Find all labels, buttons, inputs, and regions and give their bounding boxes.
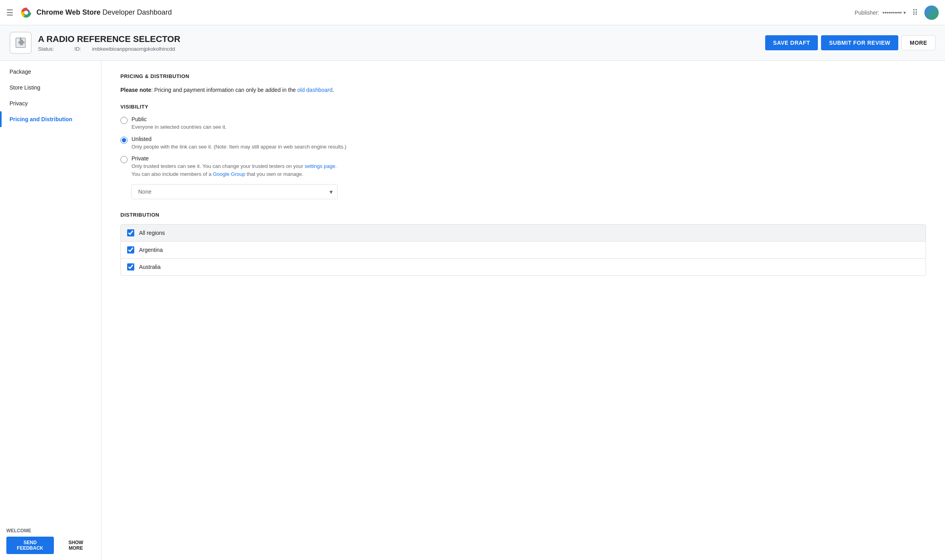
- settings-page-link[interactable]: settings page: [305, 163, 335, 169]
- sidebar-item-package-label: Package: [10, 69, 31, 75]
- sidebar-bottom-buttons: SEND FEEDBACK SHOW MORE: [6, 537, 95, 554]
- group-select[interactable]: None: [131, 184, 337, 199]
- more-button[interactable]: MORE: [901, 35, 935, 50]
- svg-point-2: [24, 11, 28, 15]
- visibility-radio-group: Public Everyone in selected countries ca…: [120, 116, 926, 178]
- main-layout: Package Store Listing Privacy Pricing an…: [0, 61, 945, 560]
- apps-grid-icon[interactable]: ⠿: [912, 8, 918, 17]
- hamburger-icon[interactable]: ☰: [6, 8, 13, 17]
- id-value: imbkeeibioanppnoaomjpkokolhincdd: [92, 46, 175, 52]
- sidebar-item-package[interactable]: Package: [0, 64, 101, 80]
- sidebar-item-privacy-label: Privacy: [10, 100, 28, 107]
- app-title-normal: Developer Dashboard: [101, 8, 172, 16]
- region-list: All regions Argentina Australia: [120, 224, 926, 276]
- publisher-name: ••••••••••: [882, 10, 902, 16]
- sidebar-item-pricing-label: Pricing and Distribution: [10, 116, 72, 122]
- note-text: : Pricing and payment information can on…: [151, 87, 297, 93]
- distribution-section: DISTRIBUTION All regions Argentina Austr…: [120, 212, 926, 276]
- chrome-logo-icon: [20, 6, 32, 19]
- puzzle-icon: [14, 36, 27, 49]
- public-radio-desc: Everyone in selected countries can see i…: [131, 123, 227, 131]
- save-draft-button[interactable]: SAVE DRAFT: [765, 35, 818, 50]
- visibility-title: VISIBILITY: [120, 104, 926, 110]
- welcome-text: WELCOME: [6, 528, 95, 533]
- private-desc-line3: You can also include members of a: [131, 171, 213, 177]
- sidebar-item-privacy[interactable]: Privacy: [0, 95, 101, 111]
- extension-name: A RADIO REFERENCE SELECTOR: [38, 34, 765, 44]
- extension-header: A RADIO REFERENCE SELECTOR Status: ID: i…: [0, 25, 945, 61]
- extension-icon: [10, 32, 32, 54]
- show-more-button[interactable]: SHOW MORE: [57, 537, 95, 554]
- public-radio-label: Public: [131, 116, 227, 122]
- sidebar-navigation: Package Store Listing Privacy Pricing an…: [0, 64, 101, 127]
- google-group-dropdown-wrapper: None ▾: [131, 184, 926, 199]
- user-avatar[interactable]: [924, 6, 939, 20]
- argentina-label: Argentina: [139, 247, 163, 253]
- publisher-label: Publisher:: [855, 10, 879, 16]
- australia-checkbox[interactable]: [127, 263, 134, 270]
- sidebar-item-store-listing[interactable]: Store Listing: [0, 80, 101, 95]
- private-radio[interactable]: [120, 156, 128, 163]
- public-radio[interactable]: [120, 117, 128, 124]
- send-feedback-button[interactable]: SEND FEEDBACK: [6, 537, 54, 554]
- header-buttons: SAVE DRAFT SUBMIT FOR REVIEW MORE: [765, 35, 935, 50]
- private-radio-desc: Only trusted testers can see it. You can…: [131, 162, 337, 178]
- private-desc-line4: that you own or manage.: [245, 171, 303, 177]
- argentina-checkbox[interactable]: [127, 246, 134, 253]
- visibility-section: VISIBILITY Public Everyone in selected c…: [120, 104, 926, 199]
- note-bold: Please note: [120, 87, 151, 93]
- visibility-unlisted-option: Unlisted Only people with the link can s…: [120, 136, 926, 151]
- extension-info: A RADIO REFERENCE SELECTOR Status: ID: i…: [38, 34, 765, 52]
- sidebar-bottom: WELCOME SEND FEEDBACK SHOW MORE: [0, 522, 101, 560]
- submit-review-button[interactable]: SUBMIT FOR REVIEW: [821, 35, 898, 50]
- all-regions-label: All regions: [139, 230, 165, 236]
- group-select-wrapper: None ▾: [131, 184, 337, 199]
- status-label: Status:: [38, 46, 54, 52]
- public-radio-content: Public Everyone in selected countries ca…: [131, 116, 227, 131]
- pricing-note: Please note: Pricing and payment informa…: [120, 86, 926, 94]
- sidebar-item-pricing[interactable]: Pricing and Distribution: [0, 111, 101, 127]
- google-group-link[interactable]: Google Group: [213, 171, 245, 177]
- distribution-title: DISTRIBUTION: [120, 212, 926, 218]
- unlisted-radio[interactable]: [120, 137, 128, 144]
- sidebar: Package Store Listing Privacy Pricing an…: [0, 61, 101, 560]
- region-argentina: Argentina: [121, 242, 926, 259]
- australia-label: Australia: [139, 264, 160, 270]
- visibility-private-option: Private Only trusted testers can see it.…: [120, 155, 926, 178]
- publisher-dropdown-icon[interactable]: ▾: [903, 10, 906, 15]
- unlisted-radio-desc: Only people with the link can see it. (N…: [131, 143, 347, 151]
- pricing-section-title: PRICING & DISTRIBUTION: [120, 73, 926, 79]
- private-radio-label: Private: [131, 155, 337, 162]
- region-australia: Australia: [121, 259, 926, 275]
- unlisted-radio-label: Unlisted: [131, 136, 347, 142]
- private-desc-line1: Only trusted testers can see it. You can…: [131, 163, 305, 169]
- main-content: PRICING & DISTRIBUTION Please note: Pric…: [101, 61, 945, 560]
- visibility-public-option: Public Everyone in selected countries ca…: [120, 116, 926, 131]
- private-radio-content: Private Only trusted testers can see it.…: [131, 155, 337, 178]
- all-regions-checkbox[interactable]: [127, 229, 134, 236]
- app-title: Chrome Web Store Developer Dashboard: [36, 8, 172, 17]
- id-label: ID:: [74, 46, 81, 52]
- note-period: .: [332, 87, 334, 93]
- old-dashboard-link[interactable]: old dashboard: [297, 87, 333, 93]
- extension-meta: Status: ID: imbkeeibioanppnoaomjpkokolhi…: [38, 46, 765, 52]
- app-title-bold: Chrome Web Store: [36, 8, 101, 16]
- top-navigation: ☰ Chrome Web Store Developer Dashboard P…: [0, 0, 945, 25]
- avatar-image: [924, 6, 939, 20]
- unlisted-radio-content: Unlisted Only people with the link can s…: [131, 136, 347, 151]
- sidebar-item-store-listing-label: Store Listing: [10, 84, 40, 91]
- region-all-regions: All regions: [121, 225, 926, 242]
- private-desc-line2: .: [335, 163, 337, 169]
